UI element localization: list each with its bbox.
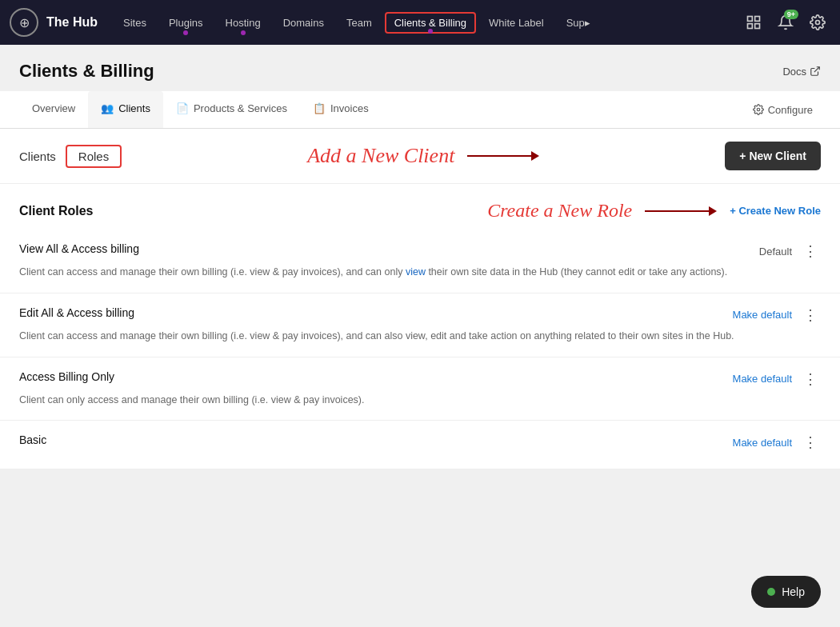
configure-button[interactable]: Configure <box>745 99 821 121</box>
client-roles-title: Client Roles <box>19 204 93 218</box>
nav-item-sites[interactable]: Sites <box>114 12 156 34</box>
role-name: Edit All & Access billing <box>19 306 134 319</box>
nav-item-white-label[interactable]: White Label <box>479 12 554 34</box>
role-item-view-all: View All & Access billing Default ⋮ Clie… <box>0 230 840 294</box>
role-actions: Default ⋮ <box>759 242 821 260</box>
make-default-link[interactable]: Make default <box>733 437 792 449</box>
default-badge: Default <box>759 246 792 258</box>
svg-rect-2 <box>748 24 753 29</box>
role-description: Client can only access and manage their … <box>19 393 739 408</box>
svg-rect-1 <box>755 17 760 22</box>
logo-icon: ⊕ <box>10 8 38 37</box>
clients-sub-tab[interactable]: Clients <box>19 150 56 163</box>
notification-badge: 9+ <box>784 10 798 19</box>
add-client-annotation: Add a New Client <box>131 144 715 168</box>
hosting-dot <box>241 30 246 35</box>
roles-sub-tab[interactable]: Roles <box>66 145 122 168</box>
create-role-area: Create a New Role + Create New Role <box>487 200 821 222</box>
highlight-text: view <box>406 266 426 278</box>
role-item-header: Basic Make default ⋮ <box>19 433 821 451</box>
new-client-button[interactable]: + New Client <box>725 142 821 170</box>
annotation-label: Add a New Client <box>307 144 454 168</box>
docs-link[interactable]: Docs <box>782 66 821 78</box>
tab-overview[interactable]: Overview <box>19 91 88 128</box>
create-arrow-shaft <box>645 210 709 212</box>
tabs-bar: Overview 👥 Clients 📄 Products & Services… <box>0 91 840 129</box>
arrow-head <box>531 151 539 161</box>
nav-item-plugins[interactable]: Plugins <box>159 12 213 34</box>
clients-billing-dot <box>428 29 433 34</box>
svg-point-6 <box>757 108 760 111</box>
role-actions: Make default ⋮ <box>733 433 821 451</box>
top-navigation: ⊕ The Hub Sites Plugins Hosting Domains … <box>0 0 840 45</box>
role-description: Client can access and manage their own b… <box>19 265 739 280</box>
role-menu-btn[interactable]: ⋮ <box>800 242 821 260</box>
role-name: Access Billing Only <box>19 370 114 383</box>
tab-clients[interactable]: 👥 Clients <box>88 91 163 128</box>
role-actions: Make default ⋮ <box>733 306 821 324</box>
role-actions: Make default ⋮ <box>733 370 821 388</box>
content-area: Clients Roles Add a New Client + New Cli… <box>0 129 840 469</box>
settings-btn[interactable] <box>805 10 830 35</box>
annotation-arrow-line <box>467 151 539 161</box>
nav-right-actions: 9+ <box>741 10 830 35</box>
role-item-edit-all: Edit All & Access billing Make default ⋮… <box>0 294 840 357</box>
role-menu-btn[interactable]: ⋮ <box>800 306 821 324</box>
client-roles-section-header: Client Roles Create a New Role + Create … <box>0 184 840 230</box>
make-default-link[interactable]: Make default <box>733 373 792 385</box>
role-item-header: View All & Access billing Default ⋮ <box>19 242 821 260</box>
role-item-header: Access Billing Only Make default ⋮ <box>19 370 821 388</box>
svg-line-5 <box>814 67 819 72</box>
svg-rect-3 <box>755 24 760 29</box>
grid-icon-btn[interactable] <box>741 10 766 35</box>
create-role-annotation: Create a New Role <box>487 200 632 222</box>
svg-point-4 <box>816 21 820 25</box>
clients-tab-icon: 👥 <box>101 102 114 114</box>
nav-item-clients-billing[interactable]: Clients & Billing <box>385 12 476 34</box>
app-logo[interactable]: ⊕ The Hub <box>10 8 98 37</box>
create-arrow-head <box>709 206 717 216</box>
plugins-dot <box>183 30 188 35</box>
arrow-shaft <box>467 155 531 157</box>
role-description: Client can access and manage their own b… <box>19 329 739 344</box>
create-new-role-link[interactable]: + Create New Role <box>730 205 821 217</box>
role-menu-btn[interactable]: ⋮ <box>800 433 821 451</box>
role-item-header: Edit All & Access billing Make default ⋮ <box>19 306 821 324</box>
role-name: View All & Access billing <box>19 242 139 255</box>
tabs-list: Overview 👥 Clients 📄 Products & Services… <box>19 91 382 128</box>
nav-item-team[interactable]: Team <box>337 12 382 34</box>
make-default-link[interactable]: Make default <box>733 309 792 321</box>
tab-invoices[interactable]: 📋 Invoices <box>300 91 382 128</box>
tab-products-services[interactable]: 📄 Products & Services <box>163 91 300 128</box>
role-item-billing-only: Access Billing Only Make default ⋮ Clien… <box>0 357 840 421</box>
notifications-btn[interactable]: 9+ <box>773 10 798 35</box>
svg-rect-0 <box>748 17 753 22</box>
nav-item-domains[interactable]: Domains <box>274 12 334 34</box>
role-item-basic: Basic Make default ⋮ <box>0 421 840 469</box>
clients-roles-row: Clients Roles Add a New Client + New Cli… <box>0 129 840 184</box>
main-container: Clients & Billing Docs Overview 👥 Client… <box>0 45 840 469</box>
app-name: The Hub <box>46 15 98 30</box>
invoices-tab-icon: 📋 <box>313 102 326 114</box>
create-role-arrow <box>645 206 717 216</box>
page-header: Clients & Billing Docs <box>0 45 840 91</box>
products-tab-icon: 📄 <box>176 102 189 114</box>
role-name: Basic <box>19 433 46 446</box>
page-title: Clients & Billing <box>19 61 154 82</box>
nav-item-hosting[interactable]: Hosting <box>216 12 270 34</box>
nav-item-support[interactable]: Sup▸ <box>557 12 600 34</box>
role-menu-btn[interactable]: ⋮ <box>800 370 821 388</box>
